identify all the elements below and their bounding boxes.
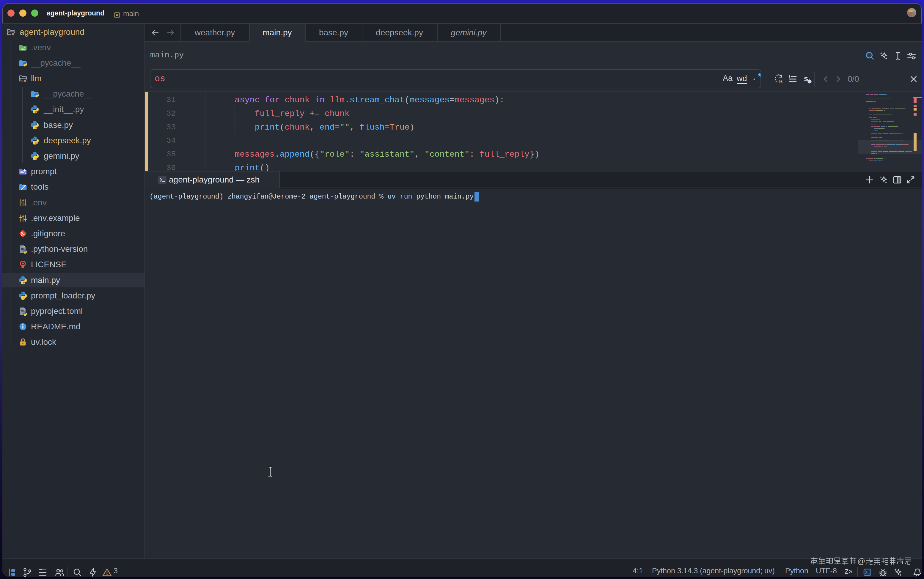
svg-text:s: s (804, 74, 808, 83)
svg-text:R: R (779, 79, 782, 83)
svg-text:@: @ (857, 557, 865, 566)
